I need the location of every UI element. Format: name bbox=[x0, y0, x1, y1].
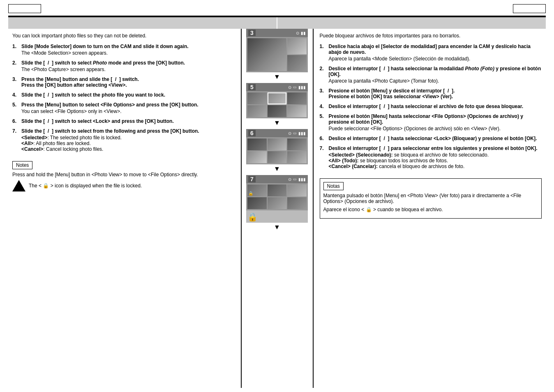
left-step-5: 5. Press the [Menu] button to select <Fi… bbox=[12, 102, 235, 114]
left-step-4-content: Slide the [ / ] switch to select the pho… bbox=[21, 92, 235, 98]
cam5-cell5 bbox=[268, 105, 287, 117]
right-step-2-num: 2. bbox=[320, 66, 329, 84]
left-step-5-bold: Press the [Menu] button to select <File … bbox=[21, 102, 199, 108]
warning-triangle-icon bbox=[12, 180, 25, 191]
cam6-header: 6 ⊙ ▭ ▮▮▮ bbox=[246, 129, 308, 137]
cam3-battery-icon: ▮▮ bbox=[301, 31, 306, 35]
left-step-2-content: Slide the [ / ] switch to select Photo m… bbox=[21, 60, 235, 72]
cam3-header: 3 ⊙ ▮▮ bbox=[246, 29, 308, 37]
camera-block-6: 6 ⊙ ▭ ▮▮▮ bbox=[246, 129, 308, 173]
notes-label-left: Notes bbox=[12, 161, 32, 169]
left-step-3-num: 3. bbox=[12, 76, 21, 88]
cam5-body bbox=[246, 91, 308, 118]
right-step-1-sub: Aparece la pantalla <Mode Selection> (Se… bbox=[329, 56, 542, 62]
cam3-arrow: ▼ bbox=[246, 73, 308, 81]
cam3-grid bbox=[247, 38, 307, 71]
left-step-6-num: 6. bbox=[12, 118, 21, 124]
cam7-battery-icon: ▮▮▮ bbox=[298, 177, 306, 182]
cam5-num: 5 bbox=[248, 84, 256, 90]
left-step-7-num: 7. bbox=[12, 128, 21, 152]
left-step-7-bold: Slide the [ / ] switch to select from th… bbox=[21, 128, 199, 134]
cam5-battery-icon: ▮▮▮ bbox=[298, 85, 306, 90]
left-step-4-bold: Slide the [ / ] switch to select the pho… bbox=[21, 92, 165, 98]
right-step-6-content: Deslice el interruptor [ / ] hasta selec… bbox=[329, 136, 542, 141]
cam5-cell4 bbox=[247, 105, 267, 117]
left-step-2: 2. Slide the [ / ] switch to select Phot… bbox=[12, 60, 235, 72]
right-step-5-sub: Puede seleccionar <File Options> (Opcion… bbox=[329, 126, 542, 131]
cam7-lock-bar: 🔒 bbox=[246, 210, 308, 223]
left-step-6: 6. Slide the [ / ] switch to select <Loc… bbox=[12, 118, 235, 124]
cam6-cell3 bbox=[287, 138, 307, 150]
left-step-1: 1. Slide [Mode Selector] down to turn on… bbox=[12, 44, 235, 56]
right-page-num bbox=[513, 4, 546, 13]
right-step-2-sub: Aparece la pantalla <Photo Capture> (Tom… bbox=[329, 78, 542, 84]
cam5-icons: ⊙ ▭ ▮▮▮ bbox=[288, 85, 306, 90]
notes-right-box: Notas Mantenga pulsado el botón [Menu] e… bbox=[320, 178, 542, 219]
left-step-5-sub: You can select <File Options> only in <V… bbox=[21, 108, 235, 114]
left-step-3-content: Press the [Menu] button and slide the [ … bbox=[21, 76, 235, 88]
cam7-cell2 bbox=[268, 184, 287, 196]
left-page-num bbox=[8, 4, 41, 13]
cam5-cell1 bbox=[247, 92, 267, 104]
left-step-1-num: 1. bbox=[12, 44, 21, 56]
right-step-3-num: 3. bbox=[320, 88, 329, 99]
right-step-3-bold: Presione el botón [Menu] y deslice el in… bbox=[329, 88, 455, 99]
camera-block-7: 7 ⊙ ▭ ▮▮▮ 🔒 bbox=[246, 175, 308, 232]
left-step-2-bold: Slide the [ / ] switch to select Photo m… bbox=[21, 60, 185, 66]
cam5-cell2 bbox=[268, 92, 287, 104]
left-steps: 1. Slide [Mode Selector] down to turn on… bbox=[12, 44, 235, 152]
left-step-2-num: 2. bbox=[12, 60, 21, 72]
cam7-header: 7 ⊙ ▭ ▮▮▮ bbox=[246, 175, 308, 183]
cam5-circle-icon: ⊙ bbox=[288, 85, 291, 90]
cam7-cell5 bbox=[268, 197, 287, 209]
right-step-2-bold: Deslice el interruptor [ / ] hasta selec… bbox=[329, 66, 541, 77]
notes-text-left-1: Press and hold the [Menu] button in <Pho… bbox=[12, 172, 235, 178]
cam6-cell5 bbox=[268, 151, 287, 163]
cam3-icons: ⊙ ▮▮ bbox=[296, 31, 306, 35]
left-step-4-num: 4. bbox=[12, 92, 21, 98]
cam7-cell1: 🔒 bbox=[247, 184, 267, 196]
right-step-7-bold: Deslice el interruptor [ / ] para selecc… bbox=[329, 145, 538, 151]
right-intro: Puede bloquear archivos de fotos importa… bbox=[320, 33, 542, 39]
cam3-circle-icon: ⊙ bbox=[296, 31, 299, 35]
cam7-icons: ⊙ ▭ ▮▮▮ bbox=[288, 177, 306, 182]
cam7-cell3 bbox=[287, 184, 307, 196]
right-step-7-num: 7. bbox=[320, 145, 329, 169]
cam6-cell4 bbox=[247, 151, 267, 163]
section-header-left bbox=[8, 17, 277, 29]
cam5-grid bbox=[247, 92, 307, 117]
page: You can lock important photo files so th… bbox=[0, 0, 554, 392]
cam5-header: 5 ⊙ ▭ ▮▮▮ bbox=[246, 83, 308, 91]
cam7-grid: 🔒 bbox=[247, 184, 307, 209]
main-content: You can lock important photo files so th… bbox=[8, 29, 546, 388]
left-step-3-bold: Press the [Menu] button and slide the [ … bbox=[21, 76, 139, 88]
right-steps: 1. Deslice hacia abajo el [Selector de m… bbox=[320, 44, 542, 169]
notes-text-right-1: Mantenga pulsado el botón [Menu] en <Pho… bbox=[323, 193, 538, 204]
cam3-body bbox=[246, 37, 308, 72]
notes-text-right-2: Aparece el icono < 🔒 > cuando se bloquea… bbox=[323, 207, 538, 212]
right-step-6-num: 6. bbox=[320, 136, 329, 141]
right-step-1-num: 1. bbox=[320, 44, 329, 62]
left-intro: You can lock important photo files so th… bbox=[12, 33, 235, 39]
cam6-grid bbox=[247, 138, 307, 163]
cam6-icons: ⊙ ▭ ▮▮▮ bbox=[288, 131, 306, 136]
cam3-main-img bbox=[247, 38, 286, 71]
right-step-4-num: 4. bbox=[320, 104, 329, 109]
right-step-6-bold: Deslice el interruptor [ / ] hasta selec… bbox=[329, 136, 537, 141]
cam7-cell4 bbox=[247, 197, 267, 209]
left-step-5-num: 5. bbox=[12, 102, 21, 114]
right-step-5: 5. Presione el botón [Menu] hasta selecc… bbox=[320, 113, 542, 131]
camera-column: 3 ⊙ ▮▮ ▼ 5 bbox=[242, 29, 314, 388]
cam5-cell6 bbox=[287, 105, 307, 117]
left-step-1-content: Slide [Mode Selector] down to turn on th… bbox=[21, 44, 235, 56]
left-step-7: 7. Slide the [ / ] switch to select from… bbox=[12, 128, 235, 152]
notes-text-left-2: The < 🔒 > icon is displayed when the fil… bbox=[29, 183, 142, 189]
cam7-sd-icon: ▭ bbox=[293, 177, 297, 181]
left-column: You can lock important photo files so th… bbox=[8, 29, 242, 388]
camera-block-5: 5 ⊙ ▭ ▮▮▮ bbox=[246, 83, 308, 127]
right-step-3: 3. Presione el botón [Menu] y deslice el… bbox=[320, 88, 542, 99]
right-step-4-bold: Deslice el interruptor [ / ] hasta selec… bbox=[329, 104, 523, 109]
left-step-5-content: Press the [Menu] button to select <File … bbox=[21, 102, 235, 114]
cam3-num: 3 bbox=[248, 30, 256, 36]
right-step-5-bold: Presione el botón [Menu] hasta seleccion… bbox=[329, 113, 523, 125]
